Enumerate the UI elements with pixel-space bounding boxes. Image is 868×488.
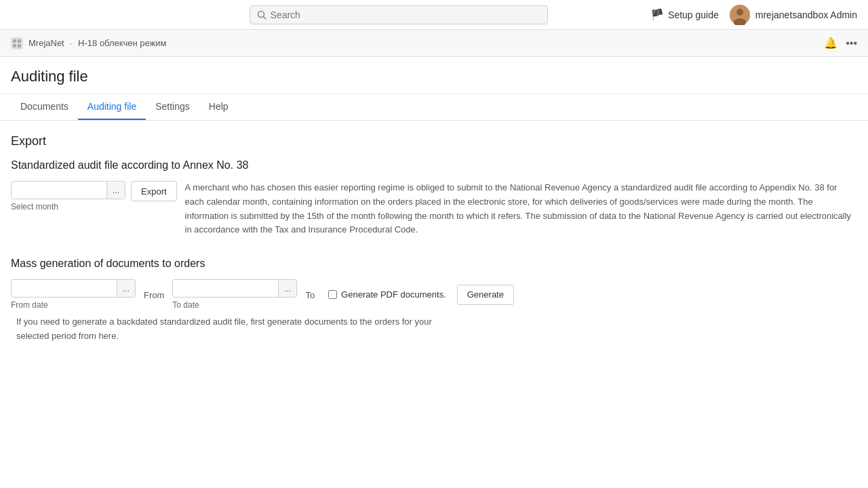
svg-rect-5 bbox=[13, 39, 16, 43]
store-info: MrejaNet - Н-18 облекчен режим bbox=[11, 37, 166, 49]
store-bar: MrejaNet - Н-18 облекчен режим 🔔 ••• bbox=[0, 30, 868, 57]
search-icon bbox=[257, 10, 267, 20]
to-date-label: To date bbox=[172, 300, 297, 310]
from-date-picker-button[interactable]: ... bbox=[117, 281, 135, 297]
generate-pdf-group: Generate PDF documents. bbox=[328, 289, 446, 300]
month-input[interactable] bbox=[12, 182, 106, 199]
month-selector: ... bbox=[11, 181, 125, 199]
to-date-selector: ... bbox=[172, 279, 297, 298]
to-date-group: ... To date bbox=[172, 279, 297, 310]
generate-pdf-checkbox[interactable] bbox=[328, 290, 337, 299]
svg-line-1 bbox=[263, 16, 266, 19]
generate-description: If you need to generate a backdated stan… bbox=[16, 315, 437, 344]
page-title: Auditing file bbox=[11, 68, 857, 85]
bell-icon[interactable]: 🔔 bbox=[824, 37, 837, 49]
to-label-inline: To bbox=[305, 289, 315, 300]
setup-guide-label: Setup guide bbox=[668, 9, 719, 20]
annex-title: Standardized audit file according to Ann… bbox=[11, 159, 857, 171]
mass-generation-section: Mass generation of documents to orders .… bbox=[11, 258, 857, 344]
month-selector-group: ... Select month bbox=[11, 181, 125, 211]
search-box bbox=[250, 5, 548, 24]
select-month-label: Select month bbox=[11, 202, 125, 211]
mass-gen-title: Mass generation of documents to orders bbox=[11, 258, 857, 270]
export-button[interactable]: Export bbox=[131, 181, 177, 201]
store-icon bbox=[11, 37, 23, 49]
top-navigation-bar: 🏴 Setup guide mrejanetsandbox Admin bbox=[0, 0, 868, 30]
search-input[interactable] bbox=[271, 9, 540, 20]
generate-pdf-label[interactable]: Generate PDF documents. bbox=[341, 289, 446, 300]
svg-rect-8 bbox=[18, 44, 21, 47]
tab-auditing-file[interactable]: Auditing file bbox=[78, 94, 146, 120]
from-date-input[interactable] bbox=[12, 280, 117, 297]
mass-gen-row: ... From date From ... To date To Genera… bbox=[11, 279, 857, 344]
tab-settings[interactable]: Settings bbox=[146, 94, 199, 120]
to-date-input[interactable] bbox=[173, 280, 278, 297]
from-date-group: ... From date bbox=[11, 279, 136, 310]
avatar-icon bbox=[730, 5, 750, 25]
to-date-picker-button[interactable]: ... bbox=[278, 281, 296, 297]
more-options-icon[interactable]: ••• bbox=[846, 37, 857, 49]
avatar bbox=[730, 5, 750, 25]
top-bar-right: 🏴 Setup guide mrejanetsandbox Admin bbox=[650, 5, 857, 25]
export-row: ... Select month Export A merchant who h… bbox=[11, 181, 857, 237]
export-section-title: Export bbox=[11, 134, 857, 148]
month-picker-button[interactable]: ... bbox=[106, 182, 125, 199]
search-container bbox=[250, 5, 548, 24]
page-title-bar: Auditing file bbox=[0, 57, 868, 94]
user-area[interactable]: mrejanetsandbox Admin bbox=[730, 5, 857, 25]
store-name: MrejaNet bbox=[28, 38, 64, 48]
setup-guide-link[interactable]: 🏴 Setup guide bbox=[650, 8, 719, 21]
svg-rect-7 bbox=[13, 44, 16, 47]
main-content: Export Standardized audit file according… bbox=[0, 121, 868, 357]
tab-documents[interactable]: Documents bbox=[11, 94, 78, 120]
export-section: Export Standardized audit file according… bbox=[11, 134, 857, 237]
annex-description: A merchant who has chosen this easier re… bbox=[185, 181, 857, 237]
from-date-selector: ... bbox=[11, 279, 136, 298]
svg-point-3 bbox=[736, 9, 743, 16]
grid-icon bbox=[13, 39, 21, 47]
flag-icon: 🏴 bbox=[650, 8, 664, 21]
from-label-inline: From bbox=[144, 289, 164, 300]
store-bar-right: 🔔 ••• bbox=[824, 37, 857, 49]
tabs-bar: Documents Auditing file Settings Help bbox=[0, 94, 868, 121]
svg-rect-6 bbox=[18, 39, 21, 43]
user-name-label: mrejanetsandbox Admin bbox=[755, 9, 857, 20]
tab-help[interactable]: Help bbox=[199, 94, 238, 120]
separator: - bbox=[70, 38, 73, 48]
generate-button[interactable]: Generate bbox=[457, 285, 514, 305]
store-mode: Н-18 облекчен режим bbox=[78, 38, 166, 48]
from-date-label: From date bbox=[11, 300, 136, 310]
